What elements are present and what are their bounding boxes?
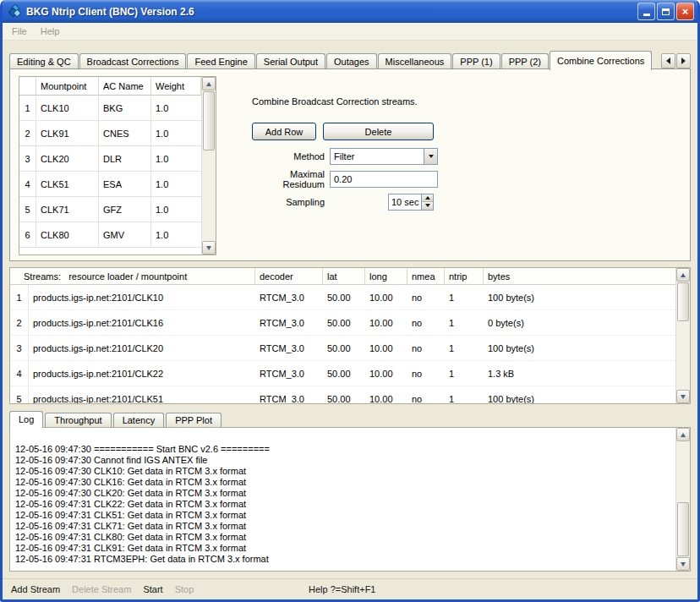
- method-select[interactable]: Filter: [330, 148, 438, 165]
- add-stream-action[interactable]: Add Stream: [11, 584, 60, 594]
- table-cell[interactable]: 1.0: [151, 197, 201, 222]
- table-cell[interactable]: DLR: [99, 146, 151, 172]
- sampling-up-button[interactable]: [422, 194, 433, 202]
- log-scrollbar[interactable]: [675, 428, 690, 571]
- table-cell: no: [407, 361, 445, 386]
- spinner-down-icon: [425, 204, 430, 207]
- residuum-input[interactable]: [330, 171, 438, 188]
- tab-ppp-1[interactable]: PPP (1): [452, 53, 500, 69]
- log-line: 12-05-16 09:47:31 CLK51: Get data in RTC…: [15, 510, 675, 521]
- table-cell[interactable]: ESA: [99, 172, 151, 197]
- maximize-icon: [662, 8, 670, 15]
- table-row[interactable]: 4products.igs-ip.net:2101/CLK22RTCM_3.05…: [10, 361, 675, 386]
- table-cell[interactable]: GFZ: [99, 197, 151, 222]
- tab-broadcast-corrections[interactable]: Broadcast Corrections: [79, 53, 187, 69]
- maximize-button[interactable]: [657, 3, 675, 20]
- tab-scroll-right-button[interactable]: [676, 53, 691, 68]
- table-cell[interactable]: CLK51: [36, 172, 99, 197]
- table-row[interactable]: 3products.igs-ip.net:2101/CLK20RTCM_3.05…: [10, 336, 675, 361]
- table-cell[interactable]: CNES: [99, 121, 151, 146]
- tab-serial-output[interactable]: Serial Output: [256, 53, 325, 69]
- table-cell: no: [407, 310, 445, 335]
- status-actions: Add StreamDelete StreamStartStop: [11, 584, 205, 594]
- streams-table-header: Streams: resource loader / mountpoint de…: [10, 268, 675, 285]
- arrow-right-icon: [681, 57, 686, 64]
- scroll-down-button[interactable]: [676, 557, 690, 571]
- minimize-button[interactable]: [637, 3, 655, 20]
- table-cell[interactable]: 1.0: [151, 146, 201, 172]
- column-header-long: long: [365, 268, 407, 285]
- streams-scrollbar[interactable]: [675, 268, 690, 403]
- row-number-cell: 3: [19, 146, 36, 172]
- tab-throughput[interactable]: Throughput: [45, 413, 111, 427]
- table-row[interactable]: 5products.igs-ip.net:2101/CLK51RTCM_3.05…: [10, 386, 675, 403]
- tab-editing-qc[interactable]: Editing & QC: [9, 53, 79, 69]
- tab-feed-engine[interactable]: Feed Engine: [187, 53, 254, 69]
- table-row[interactable]: 1products.igs-ip.net:2101/CLK10RTCM_3.05…: [10, 285, 675, 310]
- residuum-label: Maximal Residuum: [252, 169, 330, 189]
- log-line: 12-05-16 09:47:30 CLK16: Get data in RTC…: [15, 477, 675, 488]
- tab-ppp-plot[interactable]: PPP Plot: [166, 413, 221, 427]
- table-cell: 100 byte(s): [484, 336, 675, 360]
- method-dropdown-button[interactable]: [424, 149, 437, 164]
- arrow-up-icon: [681, 273, 686, 277]
- sampling-label: Sampling: [252, 197, 330, 207]
- menu-help[interactable]: Help: [35, 25, 66, 38]
- combine-table: Mountpoint AC Name Weight 1CLK10BKG1.02C…: [19, 76, 216, 255]
- tab-scroll-left-button[interactable]: [661, 53, 675, 68]
- table-cell: products.igs-ip.net:2101/CLK16: [29, 310, 255, 335]
- table-cell[interactable]: CLK80: [36, 222, 99, 248]
- tab-scroll-arrows: [660, 53, 691, 68]
- table-cell[interactable]: CLK10: [36, 96, 99, 121]
- scrollbar-thumb[interactable]: [203, 91, 215, 150]
- table-row: 4CLK51ESA1.0: [19, 172, 201, 197]
- table-cell[interactable]: 1.0: [151, 222, 201, 248]
- scrollbar-thumb[interactable]: [677, 282, 689, 321]
- combine-controls: Combine Broadcast Correction streams. Ad…: [252, 69, 463, 211]
- close-icon: ×: [682, 6, 689, 17]
- tab-log[interactable]: Log: [9, 411, 43, 428]
- table-cell: no: [407, 386, 445, 403]
- close-button[interactable]: ×: [676, 3, 694, 20]
- table-row: 5CLK71GFZ1.0: [19, 197, 201, 222]
- row-number-cell: 4: [10, 361, 29, 386]
- column-header-weight: Weight: [151, 77, 201, 96]
- tab-latency[interactable]: Latency: [113, 413, 165, 427]
- scroll-down-button[interactable]: [676, 390, 690, 403]
- table-cell[interactable]: CLK71: [36, 197, 99, 222]
- table-cell: 1: [445, 336, 484, 360]
- combine-table-body: 1CLK10BKG1.02CLK91CNES1.03CLK20DLR1.04CL…: [19, 96, 201, 254]
- menu-file[interactable]: File: [6, 25, 33, 38]
- table-cell[interactable]: 1.0: [151, 172, 201, 197]
- combine-table-scrollbar[interactable]: [201, 77, 216, 254]
- tab-miscellaneous[interactable]: Miscellaneous: [378, 53, 452, 69]
- table-cell: 50.00: [323, 310, 365, 335]
- table-cell[interactable]: BKG: [99, 96, 151, 121]
- scroll-up-button[interactable]: [202, 77, 216, 90]
- scrollbar-thumb[interactable]: [677, 502, 689, 556]
- sampling-down-button[interactable]: [422, 201, 433, 210]
- table-cell: 50.00: [323, 336, 365, 360]
- log-line: 12-05-16 09:47:30 =========== Start BNC …: [15, 444, 675, 455]
- table-cell[interactable]: CLK20: [36, 146, 99, 172]
- start-action[interactable]: Start: [143, 584, 162, 594]
- add-row-button[interactable]: Add Row: [252, 123, 316, 140]
- scroll-up-button[interactable]: [676, 428, 690, 441]
- column-header-nmea: nmea: [407, 268, 445, 285]
- table-row[interactable]: 2products.igs-ip.net:2101/CLK16RTCM_3.05…: [10, 310, 675, 336]
- table-cell[interactable]: 1.0: [151, 96, 201, 121]
- table-cell[interactable]: CLK91: [36, 121, 99, 146]
- scroll-up-button[interactable]: [676, 268, 690, 282]
- table-cell[interactable]: 1.0: [151, 121, 201, 146]
- tab-combine-corrections[interactable]: Combine Corrections: [550, 51, 652, 70]
- log-output: 12-05-16 09:47:30 =========== Start BNC …: [10, 428, 675, 571]
- tab-outages[interactable]: Outages: [326, 53, 377, 69]
- minimize-icon: [643, 14, 650, 16]
- delete-button[interactable]: Delete: [323, 123, 434, 140]
- table-cell: RTCM_3.0: [255, 310, 323, 335]
- tab-ppp-2[interactable]: PPP (2): [501, 53, 549, 69]
- titlebar[interactable]: BKG Ntrip Client (BNC) Version 2.6 ×: [3, 0, 697, 23]
- table-cell[interactable]: GMV: [99, 222, 151, 248]
- scroll-down-button[interactable]: [202, 241, 216, 254]
- sampling-spinner[interactable]: 10 sec: [388, 194, 434, 211]
